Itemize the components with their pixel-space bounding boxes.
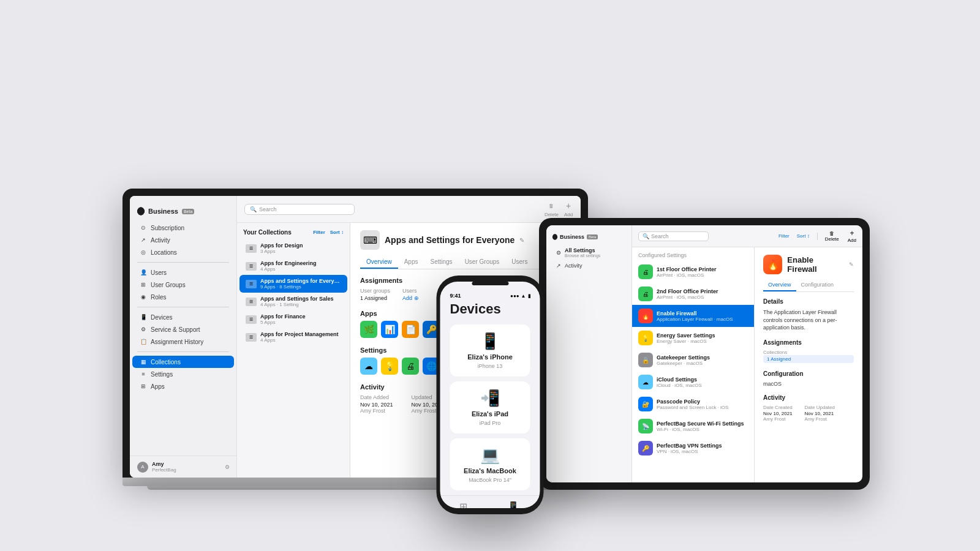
assignment-value-user-groups: 1 Assigned bbox=[360, 295, 390, 301]
tablet-list-item-vpn[interactable]: 🔑 PerfectBag VPN Settings VPN · iOS, mac… bbox=[632, 437, 754, 459]
detail-app-icon: ⌨ bbox=[360, 230, 380, 250]
filter-button[interactable]: Filter bbox=[313, 230, 325, 235]
user-settings-icon[interactable]: ⚙ bbox=[225, 464, 230, 470]
sidebar-item-collections[interactable]: ▦ Collections bbox=[132, 356, 234, 368]
mac-toolbar: 🔍 Search 🗑 Delete + Add bbox=[237, 196, 581, 223]
tli-info: PerfectBag Secure Wi-Fi Settings Wi-Fi ·… bbox=[657, 421, 748, 432]
add-icon: + bbox=[564, 201, 573, 211]
assignment-add-users[interactable]: Add ⊕ bbox=[402, 295, 419, 301]
tablet-details-text: The Application Layer Firewall controls … bbox=[763, 309, 854, 332]
tablet-tab-configuration[interactable]: Configuration bbox=[796, 279, 839, 291]
users-icon: 👤 bbox=[140, 269, 147, 276]
sidebar-item-roles[interactable]: ◉ Roles bbox=[132, 291, 234, 303]
tablet-activity-row: Date Created Nov 10, 2021 Amy Frost Date… bbox=[763, 405, 854, 422]
tablet-detail-header: 🔥 Enable Firewall ✎ bbox=[763, 255, 854, 274]
search-bar[interactable]: 🔍 Search bbox=[244, 204, 355, 215]
collection-item-sales[interactable]: ☰ Apps and Settings for Sales 4 Apps · 1… bbox=[239, 293, 347, 310]
tablet-outer: Business Beta ⚙ All Settings Browse all … bbox=[539, 218, 870, 490]
locations-icon: ◎ bbox=[140, 249, 147, 256]
collections-actions: Filter Sort ↕ bbox=[313, 230, 344, 235]
tab-apps[interactable]: Apps bbox=[398, 256, 424, 269]
tablet-list-item-energy-saver[interactable]: 💡 Energy Saver Settings Energy Saver · m… bbox=[632, 327, 754, 349]
sidebar-item-locations[interactable]: ◎ Locations bbox=[132, 246, 234, 258]
devices-icon: 📱 bbox=[140, 313, 147, 321]
sidebar-item-user-groups[interactable]: ⊞ User Groups bbox=[132, 279, 234, 291]
tablet-list-item-wifi[interactable]: 📡 PerfectBag Secure Wi-Fi Settings Wi-Fi… bbox=[632, 415, 754, 437]
sidebar-item-users[interactable]: 👤 Users bbox=[132, 266, 234, 279]
sidebar-item-subscription[interactable]: ⊙ Subscription bbox=[132, 222, 234, 234]
tab-settings[interactable]: Settings bbox=[424, 256, 458, 269]
ipad-illustration: 📲 bbox=[480, 389, 500, 408]
tablet-list-item-firewall[interactable]: 🔥 Enable Firewall Application Layer Fire… bbox=[632, 305, 754, 327]
tablet-activity-created-label: Date Created bbox=[763, 405, 793, 410]
toolbar-divider bbox=[817, 233, 818, 240]
tablet-search-bar[interactable]: 🔍 Search bbox=[638, 231, 709, 241]
activity-date-added-person: Amy Frost bbox=[360, 408, 393, 414]
phone-tab-apps[interactable]: ⊞ Apps bbox=[458, 501, 469, 508]
tablet-beta-badge: Beta bbox=[587, 234, 598, 239]
tab-overview[interactable]: Overview bbox=[360, 256, 398, 269]
tablet-activity-updated: Date Updated Nov 10, 2021 Amy Frost bbox=[805, 405, 835, 422]
gatekeeper-icon: 🔒 bbox=[638, 353, 653, 367]
sort-button[interactable]: Sort ↕ bbox=[330, 230, 344, 235]
collection-icon: ☰ bbox=[246, 280, 257, 288]
tablet-list-item-icloud[interactable]: ☁ iCloud Settings iCloud · iOS, macOS bbox=[632, 371, 754, 393]
tablet-sort-button[interactable]: Sort ↕ bbox=[797, 233, 810, 239]
sidebar-item-apps[interactable]: ⊞ Apps bbox=[132, 380, 234, 392]
sidebar-item-assignment-history[interactable]: 📋 Assignment History bbox=[132, 335, 234, 348]
tablet-sidebar-item-activity[interactable]: ↗ Activity bbox=[549, 260, 629, 271]
collection-meta: 4 Apps · 1 Setting bbox=[260, 302, 341, 307]
iphone-illustration: 📱 bbox=[480, 332, 500, 351]
delete-button[interactable]: 🗑 Delete bbox=[545, 201, 559, 217]
collection-item-project-mgmt[interactable]: ☰ Apps for Project Management 4 Apps bbox=[239, 328, 347, 346]
apple-logo-icon bbox=[137, 207, 145, 216]
phone-screen: 9:41 ●●● ▲ ▮ Devices 📱 Eliza's iPhone iP… bbox=[440, 282, 540, 508]
phone-page-title: Devices bbox=[450, 301, 530, 317]
tablet-list-item-printer-2[interactable]: 🖨 2nd Floor Office Printer AirPrint · iO… bbox=[632, 283, 754, 305]
tab-user-groups[interactable]: User Groups bbox=[459, 256, 506, 269]
collection-name: Apps and Settings for Everyone bbox=[260, 278, 341, 284]
tablet-main: 🔍 Search Filter Sort ↕ 🗑 Delete + bbox=[632, 225, 862, 482]
collections-icon: ▦ bbox=[140, 358, 147, 365]
phone-device-card-ipad[interactable]: 📲 Eliza's iPad iPad Pro bbox=[450, 381, 530, 433]
collection-icon: ☰ bbox=[246, 298, 257, 306]
user-avatar: A bbox=[137, 462, 148, 473]
edit-icon[interactable]: ✎ bbox=[519, 237, 524, 244]
phone-device-card-macbook[interactable]: 💻 Eliza's MacBook MacBook Pro 14" bbox=[450, 438, 530, 490]
tab-users[interactable]: Users bbox=[505, 256, 533, 269]
phone-device-card-iphone[interactable]: 📱 Eliza's iPhone iPhone 13 bbox=[450, 324, 530, 377]
collection-info: Apps for Design 3 Apps bbox=[260, 242, 341, 254]
tablet-sidebar-header: Business Beta bbox=[546, 231, 631, 245]
sidebar-section-collections: ▦ Collections ≡ Settings ⊞ Apps bbox=[130, 356, 236, 392]
collection-item-everyone[interactable]: ☰ Apps and Settings for Everyone 9 Apps … bbox=[239, 275, 347, 293]
tablet-list-item-passcode[interactable]: 🔐 Passcode Policy Password and Screen Lo… bbox=[632, 393, 754, 415]
sidebar-item-settings[interactable]: ≡ Settings bbox=[132, 368, 234, 380]
tablet-add-button[interactable]: + Add bbox=[848, 229, 856, 243]
phone-wifi-icon: ▲ bbox=[521, 293, 526, 299]
tablet-delete-button[interactable]: 🗑 Delete bbox=[825, 231, 839, 242]
sidebar-item-devices[interactable]: 📱 Devices bbox=[132, 311, 234, 323]
tablet-configuration-section: Configuration macOS bbox=[763, 370, 854, 387]
tablet-list-item-gatekeeper[interactable]: 🔒 Gatekeeper Settings Gatekeeper · macOS bbox=[632, 349, 754, 371]
collection-info: Apps and Settings for Sales 4 Apps · 1 S… bbox=[260, 296, 341, 307]
phone-tab-devices[interactable]: 📱 Devices bbox=[505, 501, 522, 508]
all-settings-sublabel: Browse all settings bbox=[565, 253, 600, 258]
tablet-filter-button[interactable]: Filter bbox=[778, 233, 790, 239]
user-info: Amy PerfectBag bbox=[152, 461, 221, 473]
tablet-edit-icon[interactable]: ✎ bbox=[849, 261, 854, 268]
icloud-icon: ☁ bbox=[638, 375, 653, 389]
tablet-sidebar-item-all-settings[interactable]: ⚙ All Settings Browse all settings bbox=[549, 245, 629, 260]
add-button[interactable]: + Add bbox=[564, 201, 573, 217]
setting-icon-printer: 🖨 bbox=[402, 358, 419, 375]
collection-item-design[interactable]: ☰ Apps for Design 3 Apps bbox=[239, 239, 347, 257]
phone-notch bbox=[472, 282, 508, 285]
sidebar-item-service-support[interactable]: ⚙ Service & Support bbox=[132, 323, 234, 335]
sidebar-item-activity[interactable]: ↗ Activity bbox=[132, 234, 234, 246]
collection-item-finance[interactable]: ☰ Apps for Finance 5 Apps bbox=[239, 310, 347, 328]
app-icon-keynote: 📊 bbox=[381, 321, 398, 338]
tablet-tab-overview[interactable]: Overview bbox=[763, 279, 796, 291]
tablet-search-placeholder: Search bbox=[651, 233, 669, 239]
tablet-list-item-printer-1[interactable]: 🖨 1st Floor Office Printer AirPrint · iO… bbox=[632, 261, 754, 283]
collection-item-engineering[interactable]: ☰ Apps for Engineering 4 Apps bbox=[239, 257, 347, 275]
activity-date-added-value: Nov 10, 2021 bbox=[360, 402, 393, 408]
